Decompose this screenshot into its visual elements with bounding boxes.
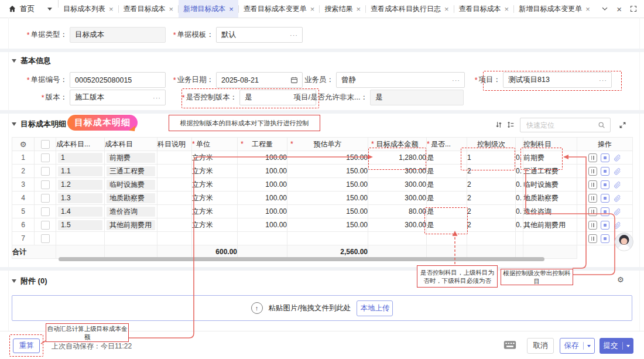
submit-dropdown-icon[interactable] bbox=[626, 345, 630, 347]
tab-active[interactable]: 新增目标成本× bbox=[179, 0, 238, 18]
cell-level[interactable]: 2 bbox=[467, 165, 516, 178]
salesman-input[interactable]: 曾静··· bbox=[336, 72, 465, 88]
column-header-amount[interactable]: *目标成本金额 bbox=[368, 138, 427, 151]
ellipsis-picker-icon[interactable]: ··· bbox=[153, 94, 161, 101]
cell-desc[interactable] bbox=[157, 178, 192, 192]
column-header-ops[interactable]: 操作 bbox=[577, 138, 633, 151]
row-checkbox[interactable] bbox=[41, 153, 50, 162]
tab-close-icon[interactable]: × bbox=[505, 5, 509, 13]
search-icon[interactable] bbox=[598, 121, 605, 129]
cell-amount[interactable]: 300.00 bbox=[368, 218, 427, 232]
cell-extra[interactable] bbox=[516, 232, 523, 245]
project-input[interactable]: 测试项目813··· bbox=[503, 72, 612, 88]
tab-item[interactable]: 搜索结果× bbox=[320, 0, 365, 18]
row-copy-icon[interactable] bbox=[601, 207, 609, 216]
cell-extra[interactable]: 0. bbox=[516, 165, 523, 178]
cell-amount[interactable]: 300.00 bbox=[368, 192, 427, 205]
cell-unit[interactable]: 立方米 bbox=[192, 178, 238, 192]
tab-close-icon[interactable]: × bbox=[109, 5, 114, 13]
cell-level[interactable]: 2 bbox=[467, 178, 516, 192]
tab-item[interactable]: 查看成本科目执行日志× bbox=[366, 0, 454, 18]
cell-extra[interactable]: 0. bbox=[516, 178, 523, 192]
cell-level[interactable]: 1 bbox=[467, 151, 516, 165]
cell-amount[interactable]: 300.00 bbox=[368, 165, 427, 178]
cell-desc[interactable] bbox=[157, 218, 192, 232]
cell-unit[interactable]: 立方米 bbox=[192, 192, 238, 205]
chevron-down-icon[interactable] bbox=[47, 8, 52, 11]
ellipsis-picker-icon[interactable]: ··· bbox=[452, 77, 460, 84]
cell-unit[interactable]: 立方米 bbox=[192, 218, 238, 232]
cell-name[interactable]: 地质勘察费 bbox=[105, 192, 157, 205]
version-input[interactable]: 施工版本··· bbox=[70, 90, 166, 105]
tab-item[interactable]: 目标成本列表× bbox=[59, 0, 118, 18]
tab-list-chevron-icon[interactable] bbox=[601, 5, 608, 12]
cell-name[interactable]: 其他前期费用 bbox=[105, 218, 157, 232]
cell-name[interactable]: 三通工程费 bbox=[105, 165, 157, 178]
row-copy-icon[interactable] bbox=[601, 234, 609, 243]
cell-unit-price[interactable]: 150.00 bbox=[287, 192, 368, 205]
row-insert-icon[interactable] bbox=[588, 167, 597, 176]
quick-search-input[interactable] bbox=[525, 121, 598, 130]
cell-code[interactable]: 1 bbox=[56, 151, 105, 165]
cell-extra[interactable]: 0. bbox=[516, 151, 523, 165]
cell-unit[interactable]: 立方米 bbox=[192, 165, 238, 178]
cell-code[interactable]: 1.1 bbox=[56, 165, 105, 178]
cell-desc[interactable] bbox=[157, 192, 192, 205]
table-settings-icon[interactable]: ⚙ bbox=[20, 140, 27, 149]
cell-extra[interactable]: 0. bbox=[516, 205, 523, 218]
row-copy-icon[interactable] bbox=[601, 153, 609, 162]
cell-name[interactable]: 造价咨询 bbox=[105, 205, 157, 218]
cell-is-control[interactable]: 是 bbox=[427, 178, 467, 192]
cell-code[interactable] bbox=[56, 232, 105, 245]
tab-close-icon[interactable]: × bbox=[169, 5, 174, 13]
cell-unit-price[interactable]: 150.00 bbox=[287, 178, 368, 192]
cell-control-subject[interactable]: 造价咨询 bbox=[523, 205, 577, 218]
sort-icon[interactable] bbox=[494, 119, 504, 130]
cell-level[interactable]: 2 bbox=[467, 205, 516, 218]
basic-info-section-header[interactable]: 基本信息 bbox=[12, 56, 51, 66]
home-tab[interactable]: 首页 bbox=[0, 0, 58, 18]
close-all-tabs-icon[interactable]: × bbox=[616, 5, 622, 13]
cell-amount[interactable] bbox=[368, 232, 427, 245]
cell-control-subject[interactable]: 前期费 bbox=[523, 151, 577, 165]
cell-is-control[interactable]: 是 bbox=[427, 165, 467, 178]
row-attachment-icon[interactable] bbox=[613, 153, 622, 162]
row-insert-icon[interactable] bbox=[588, 194, 597, 203]
cell-qty[interactable]: 100.00 bbox=[238, 192, 287, 205]
row-checkbox[interactable] bbox=[41, 194, 50, 203]
local-upload-button[interactable]: 本地上传 bbox=[357, 300, 393, 316]
cell-qty[interactable]: 100.00 bbox=[238, 165, 287, 178]
cell-unit[interactable] bbox=[192, 232, 238, 245]
cell-name[interactable]: 前期费 bbox=[105, 151, 157, 165]
cell-amount[interactable]: 300.00 bbox=[368, 178, 427, 192]
tab-item[interactable]: 查看目标成本× bbox=[119, 0, 179, 18]
cell-is-control[interactable] bbox=[427, 232, 467, 245]
row-checkbox[interactable] bbox=[41, 221, 50, 230]
recalculate-button[interactable]: 重算 bbox=[13, 339, 40, 353]
cell-code[interactable]: 1.5 bbox=[56, 218, 105, 232]
save-dropdown-icon[interactable] bbox=[587, 345, 591, 347]
row-copy-icon[interactable] bbox=[601, 167, 609, 176]
ellipsis-picker-icon[interactable]: ··· bbox=[599, 77, 607, 84]
row-checkbox[interactable] bbox=[41, 207, 50, 216]
column-header-desc[interactable]: 科目说明 bbox=[157, 138, 192, 151]
row-checkbox[interactable] bbox=[41, 167, 50, 176]
cell-unit[interactable]: 立方米 bbox=[192, 151, 238, 165]
row-height-icon[interactable] bbox=[505, 119, 516, 130]
cell-qty[interactable] bbox=[238, 232, 287, 245]
column-header-unit[interactable]: *单位 bbox=[192, 138, 238, 151]
cell-level[interactable] bbox=[467, 232, 516, 245]
cell-desc[interactable] bbox=[157, 205, 192, 218]
cell-control-subject[interactable] bbox=[523, 232, 577, 245]
cell-is-control[interactable]: 是 bbox=[427, 192, 467, 205]
ellipsis-picker-icon[interactable]: ··· bbox=[290, 32, 298, 39]
horizontal-scrollbar[interactable] bbox=[59, 257, 544, 261]
save-button[interactable]: 保存 bbox=[560, 338, 595, 354]
tab-item[interactable]: 新增目标成本变更单× bbox=[514, 0, 594, 18]
column-header-control_subject[interactable]: 控制科目 bbox=[523, 138, 577, 151]
tab-item[interactable]: 查看目标成本变更单× bbox=[239, 0, 320, 18]
row-insert-icon[interactable] bbox=[588, 221, 597, 230]
tab-close-icon[interactable]: × bbox=[229, 5, 234, 13]
cell-qty[interactable]: 100.00 bbox=[238, 178, 287, 192]
row-copy-icon[interactable] bbox=[601, 180, 609, 189]
